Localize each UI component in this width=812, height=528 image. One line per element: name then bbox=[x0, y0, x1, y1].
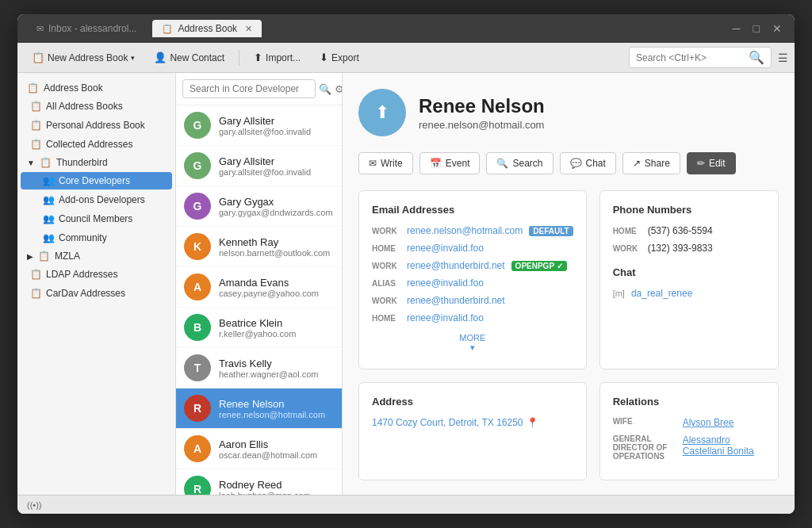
ldap-icon: 📋 bbox=[30, 269, 41, 280]
new-addressbook-icon: 📋 bbox=[32, 52, 44, 63]
more-emails-button[interactable]: MORE ▾ bbox=[372, 330, 573, 356]
sidebar-item-community[interactable]: 👥 Community bbox=[21, 229, 172, 247]
email-address-link[interactable]: renee@thunderbird.net bbox=[407, 260, 505, 271]
relation-name-link[interactable]: Alyson Bree bbox=[683, 417, 734, 428]
email-address-link[interactable]: renee@invalid.foo bbox=[407, 312, 484, 323]
phone-number: (132) 393-9833 bbox=[648, 243, 713, 254]
contact-email: gary.allsiter@foo.invalid bbox=[219, 167, 311, 177]
list-item[interactable]: G Gary Gygax gary.gygax@dndwizards.com bbox=[176, 186, 342, 227]
contact-email: r.keller@yahoo.com bbox=[219, 329, 296, 339]
inactive-tab[interactable]: ✉ Inbox - alessandrol... bbox=[27, 20, 146, 37]
contact-search-input[interactable] bbox=[182, 79, 316, 98]
new-contact-icon: 👤 bbox=[154, 52, 167, 63]
sidebar: 📋 Address Book 📋 All Address Books 📋 Per… bbox=[17, 73, 176, 495]
event-button[interactable]: 📅 Event bbox=[419, 152, 481, 174]
list-item[interactable]: R Rodney Reed leah.hughes@msn.com bbox=[176, 469, 342, 495]
contact-name: Travis Kelly bbox=[219, 358, 319, 369]
share-button[interactable]: ↗ Share bbox=[622, 152, 680, 174]
statusbar-icon: ((•)) bbox=[27, 500, 42, 510]
list-item[interactable]: G Gary Allsiter gary.allsiter@foo.invali… bbox=[176, 105, 342, 146]
contact-search-icon[interactable]: 🔍 bbox=[319, 83, 331, 95]
sidebar-item-cardav[interactable]: 📋 CarDav Addresses bbox=[21, 285, 172, 302]
search-input[interactable] bbox=[636, 52, 745, 63]
email-type-label: HOME bbox=[372, 244, 400, 253]
contact-name: Beatrice Klein bbox=[219, 317, 296, 329]
write-button[interactable]: ✉ Write bbox=[358, 152, 413, 174]
sidebar-thunderbird-header[interactable]: ▼ 📋 Thunderbird bbox=[17, 154, 175, 171]
contact-name: Rodney Reed bbox=[219, 479, 311, 491]
contact-name: Gary Allsiter bbox=[219, 155, 311, 167]
list-item[interactable]: T Travis Kelly heather.wagner@aol.com bbox=[176, 348, 342, 388]
minimize-icon[interactable]: ─ bbox=[730, 21, 744, 36]
sidebar-item-personal[interactable]: 📋 Personal Address Book bbox=[21, 117, 172, 134]
sidebar-item-all-address-books[interactable]: 📋 All Address Books bbox=[21, 98, 172, 115]
chat-title: Chat bbox=[613, 266, 765, 278]
menu-icon[interactable]: ☰ bbox=[778, 52, 788, 64]
search-button[interactable]: 🔍 Search bbox=[486, 152, 553, 174]
contact-avatar-small: G bbox=[184, 152, 211, 179]
email-address-link[interactable]: renee.nelson@hotmail.com bbox=[407, 225, 523, 236]
email-row: ALIAS renee@invalid.foo bbox=[372, 277, 573, 289]
contact-avatar-small: K bbox=[184, 233, 211, 260]
close-icon[interactable]: ✕ bbox=[769, 21, 785, 36]
edit-icon: ✏ bbox=[697, 158, 705, 169]
email-row: HOME renee@invalid.foo bbox=[372, 243, 573, 254]
event-icon: 📅 bbox=[430, 158, 442, 169]
new-contact-button[interactable]: 👤 New Contact bbox=[146, 48, 232, 67]
list-item[interactable]: K Kenneth Ray nelson.barnett@outlook.com bbox=[176, 227, 342, 267]
new-address-book-button[interactable]: 📋 New Address Book ▾ bbox=[24, 48, 143, 67]
contact-name: Renee Nelson bbox=[219, 398, 325, 410]
maximize-icon[interactable]: □ bbox=[750, 21, 763, 36]
relation-name-link[interactable]: Alessandro Castellani Bonita bbox=[683, 434, 765, 457]
email-address-link[interactable]: renee@invalid.foo bbox=[407, 243, 484, 254]
contact-email: heather.wagner@aol.com bbox=[219, 369, 319, 379]
phone-number: (537) 636-5594 bbox=[648, 225, 713, 236]
list-item[interactable]: G Gary Allsiter gary.allsiter@foo.invali… bbox=[176, 146, 342, 186]
email-addresses-card: Email Addresses WORK renee.nelson@hotmai… bbox=[358, 190, 587, 369]
relations-title: Relations bbox=[613, 396, 765, 407]
export-button[interactable]: ⬇ Export bbox=[312, 48, 367, 67]
contact-filter-icon[interactable]: ⚙ bbox=[335, 83, 343, 95]
sidebar-item-council[interactable]: 👥 Council Members bbox=[21, 210, 172, 228]
relation-type: GENERAL DIRECTOR OF OPERATIONS bbox=[613, 434, 676, 461]
contact-name: Gary Gygax bbox=[219, 196, 333, 208]
addressbook-header-icon: 📋 bbox=[27, 82, 39, 94]
sidebar-item-addons[interactable]: 👥 Add-ons Developers bbox=[21, 191, 172, 209]
address-title: Address bbox=[372, 396, 573, 407]
active-tab[interactable]: 📋 Address Book ✕ bbox=[152, 20, 262, 37]
list-item[interactable]: A Aaron Ellis oscar.dean@hotmail.com bbox=[176, 429, 342, 469]
list-item[interactable]: R Renee Nelson renee.nelson@hotmail.com bbox=[176, 388, 342, 429]
contact-name: Gary Allsiter bbox=[219, 115, 311, 127]
edit-button[interactable]: ✏ Edit bbox=[687, 152, 736, 174]
detail-actions: ✉ Write📅 Event🔍 Search💬 Chat↗ Share✏ Edi… bbox=[358, 152, 779, 174]
contact-name: Amanda Evans bbox=[219, 277, 319, 289]
email-address-link[interactable]: renee@invalid.foo bbox=[407, 277, 484, 289]
relation-type: WIFE bbox=[613, 417, 676, 426]
chat-row: [m] da_real_renee bbox=[613, 288, 765, 299]
sidebar-mzla-header[interactable]: ▶ 📋 MZLA bbox=[17, 247, 175, 265]
search-icon[interactable]: 🔍 bbox=[749, 50, 764, 65]
phone-row: HOME (537) 636-5594 bbox=[613, 225, 765, 236]
contact-avatar-small: G bbox=[184, 193, 211, 220]
close-tab-icon[interactable]: ✕ bbox=[245, 24, 252, 34]
list-item[interactable]: A Amanda Evans casey.payne@yahoo.com bbox=[176, 267, 342, 308]
statusbar: ((•)) bbox=[17, 495, 795, 514]
map-pin-icon[interactable]: 📍 bbox=[527, 417, 538, 428]
contact-avatar-small: A bbox=[184, 435, 211, 462]
sidebar-item-ldap[interactable]: 📋 LDAP Addresses bbox=[21, 266, 172, 283]
mzla-arrow-icon: ▶ bbox=[27, 252, 33, 261]
contact-email: casey.payne@yahoo.com bbox=[219, 289, 319, 298]
relation-row: WIFE Alyson Bree bbox=[613, 417, 765, 428]
sidebar-addressbook-header[interactable]: 📋 Address Book bbox=[17, 79, 175, 97]
sidebar-item-core-developers[interactable]: 👥 Core Developers bbox=[21, 172, 172, 189]
chat-button[interactable]: 💬 Chat bbox=[560, 152, 616, 174]
sidebar-item-collected[interactable]: 📋 Collected Addresses bbox=[21, 136, 172, 153]
contact-email: gary.gygax@dndwizards.com bbox=[219, 208, 333, 217]
import-button[interactable]: ⬆ Import... bbox=[246, 48, 308, 67]
contact-avatar-small: T bbox=[184, 354, 211, 381]
import-icon: ⬆ bbox=[254, 52, 262, 63]
email-address-link[interactable]: renee@thunderbird.net bbox=[407, 295, 505, 306]
chat-handle[interactable]: da_real_renee bbox=[631, 288, 692, 299]
list-item[interactable]: B Beatrice Klein r.keller@yahoo.com bbox=[176, 308, 342, 348]
contact-avatar-small: A bbox=[184, 274, 211, 300]
